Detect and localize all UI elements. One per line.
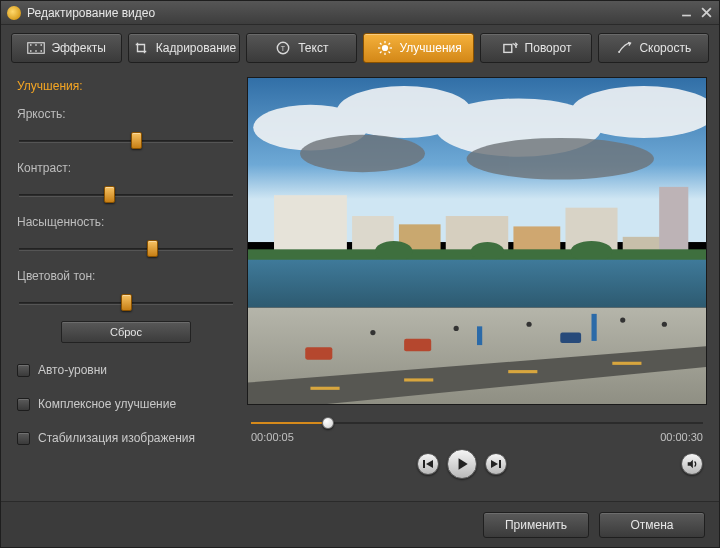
volume-button[interactable]: [681, 453, 703, 475]
svg-rect-42: [248, 260, 706, 308]
window-title: Редактирование видео: [27, 6, 155, 20]
svg-rect-9: [41, 50, 43, 52]
svg-rect-52: [477, 326, 482, 345]
editor-body: Улучшения: Яркость: Контраст: Насыщеннос…: [1, 71, 719, 501]
svg-point-58: [662, 322, 667, 327]
svg-point-29: [467, 138, 654, 180]
dialog-footer: Применить Отмена: [1, 501, 719, 547]
svg-marker-62: [491, 460, 498, 468]
svg-rect-4: [30, 44, 32, 46]
video-preview: [247, 77, 707, 405]
speed-icon: [615, 41, 633, 55]
svg-rect-5: [30, 50, 32, 52]
tab-rotate[interactable]: Поворот: [480, 33, 591, 63]
reset-button[interactable]: Сброс: [61, 321, 191, 343]
apply-button[interactable]: Применить: [483, 512, 589, 538]
svg-marker-60: [426, 460, 433, 468]
contrast-label: Контраст:: [17, 161, 235, 175]
svg-rect-0: [682, 15, 691, 17]
tabs: Эффекты Кадрирование TТекст Улучшения По…: [1, 25, 719, 71]
tab-speed[interactable]: Скорость: [598, 33, 709, 63]
brightness-label: Яркость:: [17, 107, 235, 121]
prev-button[interactable]: [417, 453, 439, 475]
svg-rect-7: [36, 50, 38, 52]
complex-enhance-label: Комплексное улучшение: [38, 397, 176, 411]
svg-rect-46: [404, 378, 433, 381]
auto-levels-checkbox[interactable]: [17, 364, 30, 377]
svg-point-39: [375, 241, 412, 262]
svg-point-57: [620, 318, 625, 323]
enhance-panel: Улучшения: Яркость: Контраст: Насыщеннос…: [17, 77, 235, 493]
next-button[interactable]: [485, 453, 507, 475]
svg-point-12: [381, 45, 387, 51]
svg-rect-45: [310, 387, 339, 390]
total-time: 00:00:30: [660, 431, 703, 443]
close-button[interactable]: [699, 6, 713, 20]
tab-label: Улучшения: [400, 41, 462, 55]
video-edit-window: Редактирование видео Эффекты Кадрировани…: [0, 0, 720, 548]
svg-rect-49: [305, 347, 332, 359]
enhance-icon: [376, 41, 394, 55]
titlebar: Редактирование видео: [1, 1, 719, 25]
svg-rect-21: [503, 45, 511, 53]
tab-label: Поворот: [525, 41, 572, 55]
stabilize-checkbox[interactable]: [17, 432, 30, 445]
filmstrip-icon: [27, 41, 45, 55]
svg-rect-51: [560, 333, 581, 343]
playback-controls: [251, 449, 703, 479]
svg-line-20: [379, 52, 381, 54]
tab-enhance[interactable]: Улучшения: [363, 33, 474, 63]
tab-label: Скорость: [639, 41, 691, 55]
brightness-slider[interactable]: [19, 135, 233, 145]
preview-pane: 00:00:05 00:00:30: [247, 77, 707, 493]
svg-rect-8: [41, 44, 43, 46]
svg-marker-61: [459, 458, 468, 469]
tab-label: Эффекты: [51, 41, 106, 55]
svg-rect-30: [274, 195, 347, 257]
app-icon: [7, 6, 21, 20]
svg-point-41: [571, 241, 613, 262]
svg-point-28: [300, 135, 425, 172]
preview-image: [248, 78, 706, 404]
tab-effects[interactable]: Эффекты: [11, 33, 122, 63]
hue-slider[interactable]: [19, 297, 233, 307]
svg-rect-59: [423, 460, 425, 468]
stabilize-label: Стабилизация изображения: [38, 431, 195, 445]
svg-rect-47: [508, 370, 537, 373]
svg-rect-50: [404, 339, 431, 351]
svg-point-56: [526, 322, 531, 327]
svg-rect-37: [659, 187, 688, 258]
svg-rect-63: [499, 460, 501, 468]
contrast-slider[interactable]: [19, 189, 233, 199]
minimize-button[interactable]: [679, 6, 693, 20]
saturation-label: Насыщенность:: [17, 215, 235, 229]
svg-point-55: [454, 326, 459, 331]
complex-enhance-checkbox[interactable]: [17, 398, 30, 411]
auto-levels-label: Авто-уровни: [38, 363, 107, 377]
saturation-slider[interactable]: [19, 243, 233, 253]
tab-label: Текст: [298, 41, 328, 55]
tab-crop[interactable]: Кадрирование: [128, 33, 239, 63]
rotate-icon: [501, 41, 519, 55]
svg-rect-6: [36, 44, 38, 46]
seek-bar[interactable]: [251, 417, 703, 429]
current-time: 00:00:05: [251, 431, 294, 443]
text-icon: T: [274, 41, 292, 55]
tab-label: Кадрирование: [156, 41, 236, 55]
svg-point-54: [370, 330, 375, 335]
svg-text:T: T: [281, 45, 286, 52]
svg-line-18: [388, 52, 390, 54]
panel-header: Улучшения:: [17, 79, 235, 93]
svg-point-40: [471, 242, 504, 261]
svg-rect-48: [612, 362, 641, 365]
tab-text[interactable]: TТекст: [246, 33, 357, 63]
cancel-button[interactable]: Отмена: [599, 512, 705, 538]
crop-icon: [132, 41, 150, 55]
svg-rect-53: [592, 314, 597, 341]
play-button[interactable]: [447, 449, 477, 479]
svg-marker-64: [688, 460, 693, 469]
svg-line-19: [388, 43, 390, 45]
svg-line-17: [379, 43, 381, 45]
hue-label: Цветовой тон:: [17, 269, 235, 283]
